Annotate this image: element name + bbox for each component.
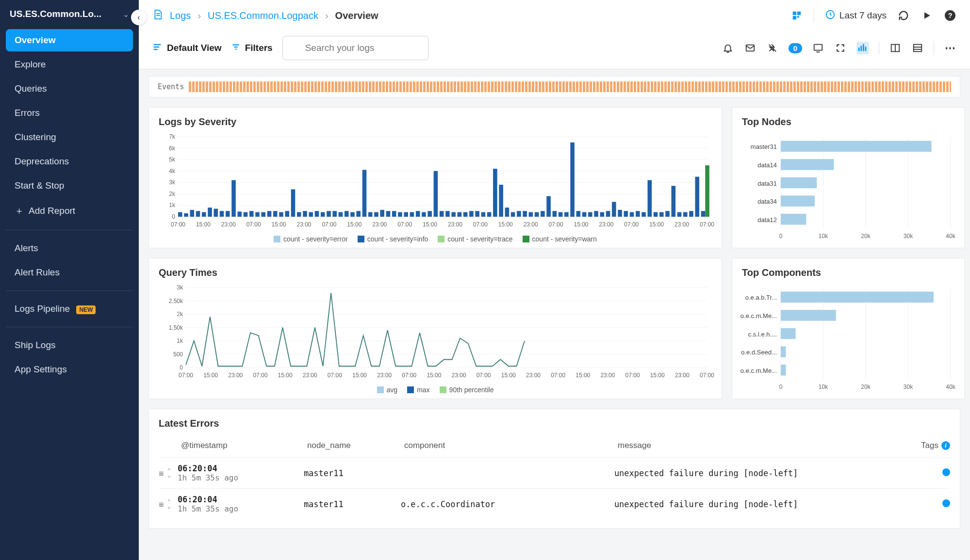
svg-text:07:00: 07:00 bbox=[402, 372, 416, 379]
panel-logs-by-severity: Logs by Severity 01k2k3k4k5k6k7k07:0015:… bbox=[148, 107, 722, 248]
svg-text:07:00: 07:00 bbox=[624, 221, 639, 228]
svg-rect-57 bbox=[244, 212, 248, 217]
table-row[interactable]: ≡ ⌃⌄ 06:20:041h 5m 35s ago master11 unex… bbox=[159, 457, 950, 488]
svg-text:data14: data14 bbox=[757, 161, 777, 169]
sidebar-collapse-button[interactable]: ‹ bbox=[131, 10, 147, 25]
chart-top-nodes[interactable]: 010k20k30k40kmaster31data14data31data34d… bbox=[742, 134, 955, 241]
svg-rect-19 bbox=[814, 45, 822, 50]
nav-logs-pipeline[interactable]: Logs Pipeline NEW bbox=[6, 298, 133, 320]
nav-explore[interactable]: Explore bbox=[6, 53, 133, 76]
svg-text:6k: 6k bbox=[169, 145, 176, 152]
svg-rect-170 bbox=[781, 159, 834, 170]
svg-text:23:00: 23:00 bbox=[221, 221, 236, 228]
nav-errors[interactable]: Errors bbox=[6, 102, 133, 124]
panel-latest-errors: Latest Errors @timestamp node_name compo… bbox=[148, 409, 960, 528]
svg-rect-93 bbox=[458, 212, 462, 217]
default-view-button[interactable]: Default View bbox=[152, 42, 222, 54]
svg-text:15:00: 15:00 bbox=[575, 372, 590, 379]
breadcrumb-pack[interactable]: US.ES.Common.Logpack bbox=[208, 10, 318, 21]
chart-top-components[interactable]: 010k20k30k40ko.e.a.b.Tr...o.e.c.m.Me...c… bbox=[742, 285, 955, 392]
svg-rect-125 bbox=[648, 180, 652, 217]
fullscreen-icon[interactable] bbox=[834, 42, 847, 54]
list-view-icon[interactable] bbox=[911, 42, 924, 54]
tag-dot[interactable] bbox=[942, 499, 950, 507]
svg-text:500: 500 bbox=[173, 351, 183, 358]
svg-rect-97 bbox=[481, 212, 486, 217]
svg-rect-226 bbox=[781, 310, 836, 321]
svg-text:c.s.l.e.h....: c.s.l.e.h.... bbox=[748, 331, 777, 338]
svg-rect-131 bbox=[683, 212, 688, 217]
expand-icon[interactable]: ⌃⌄ bbox=[167, 468, 171, 478]
search-input[interactable] bbox=[282, 36, 428, 60]
breadcrumb-logs[interactable]: Logs bbox=[170, 10, 191, 21]
pin-off-icon[interactable] bbox=[766, 42, 779, 54]
badge-count[interactable]: 0 bbox=[789, 43, 802, 53]
svg-rect-83 bbox=[398, 212, 402, 217]
svg-text:07:00: 07:00 bbox=[328, 372, 342, 379]
col-component: component bbox=[404, 441, 618, 450]
mail-icon[interactable] bbox=[744, 42, 756, 54]
app-name[interactable]: US.ES.Common.Lo... bbox=[10, 9, 101, 19]
svg-text:1k: 1k bbox=[169, 202, 176, 208]
svg-rect-94 bbox=[463, 212, 468, 217]
chevron-left-icon: ‹ bbox=[137, 13, 140, 22]
svg-text:4k: 4k bbox=[169, 168, 176, 175]
table-row[interactable]: ≡ ⌃⌄ 06:20:041h 5m 35s ago master11 o.e.… bbox=[159, 488, 950, 519]
info-icon[interactable]: i bbox=[941, 441, 950, 450]
svg-rect-50 bbox=[202, 212, 206, 217]
events-strip bbox=[189, 81, 951, 92]
split-view-icon[interactable] bbox=[889, 42, 902, 54]
svg-text:o.e.c.m.Me...: o.e.c.m.Me... bbox=[740, 312, 777, 320]
chevron-down-icon[interactable]: ⌄ bbox=[123, 10, 129, 19]
svg-rect-63 bbox=[279, 212, 283, 217]
svg-rect-72 bbox=[332, 211, 337, 217]
bars-icon[interactable] bbox=[856, 42, 869, 54]
dashboard-icon[interactable] bbox=[790, 9, 803, 22]
display-icon[interactable] bbox=[812, 42, 824, 54]
svg-rect-114 bbox=[582, 212, 587, 217]
svg-text:1k: 1k bbox=[177, 337, 183, 344]
svg-rect-126 bbox=[654, 212, 658, 217]
refresh-icon[interactable] bbox=[897, 9, 910, 22]
help-icon[interactable]: ? bbox=[944, 9, 956, 22]
time-range-picker[interactable]: Last 7 days bbox=[825, 9, 887, 22]
nav-alert-rules[interactable]: Alert Rules bbox=[6, 261, 133, 284]
panel-title: Query Times bbox=[159, 267, 712, 278]
nav-ship-logs[interactable]: Ship Logs bbox=[6, 334, 133, 356]
svg-text:20k: 20k bbox=[861, 384, 871, 390]
svg-text:o.e.c.m.Me...: o.e.c.m.Me... bbox=[740, 367, 777, 374]
row-menu-icon[interactable]: ≡ bbox=[159, 499, 164, 509]
nav-start-stop[interactable]: Start & Stop bbox=[6, 175, 133, 197]
svg-text:0: 0 bbox=[779, 233, 783, 240]
svg-rect-121 bbox=[624, 211, 628, 217]
chart-query-times[interactable]: 05001k1.50k2k2.50k3k07:0015:0023:0007:00… bbox=[159, 285, 712, 382]
nav-deprecations[interactable]: Deprecations bbox=[6, 150, 133, 173]
nav-app-settings[interactable]: App Settings bbox=[6, 358, 133, 381]
play-icon[interactable] bbox=[921, 9, 933, 22]
svg-rect-105 bbox=[529, 212, 533, 217]
svg-rect-27 bbox=[914, 45, 922, 52]
svg-rect-119 bbox=[612, 202, 616, 217]
svg-rect-176 bbox=[781, 214, 806, 225]
nav-alerts[interactable]: Alerts bbox=[6, 237, 133, 259]
nav-overview[interactable]: Overview bbox=[6, 29, 133, 51]
svg-rect-89 bbox=[434, 171, 438, 217]
svg-text:15:00: 15:00 bbox=[574, 221, 588, 228]
svg-rect-112 bbox=[570, 143, 575, 217]
svg-rect-79 bbox=[374, 212, 378, 217]
nav-clustering[interactable]: Clustering bbox=[6, 126, 133, 148]
tag-dot[interactable] bbox=[942, 468, 950, 476]
more-icon[interactable]: ⋯ bbox=[944, 42, 956, 54]
chart-logs-by-severity[interactable]: 01k2k3k4k5k6k7k07:0015:0023:0007:0015:00… bbox=[159, 134, 712, 231]
nav-queries[interactable]: Queries bbox=[6, 78, 133, 100]
row-menu-icon[interactable]: ≡ bbox=[159, 468, 164, 478]
svg-text:15:00: 15:00 bbox=[196, 221, 211, 228]
filters-button[interactable]: Filters bbox=[231, 43, 273, 54]
svg-rect-120 bbox=[618, 210, 622, 217]
expand-icon[interactable]: ⌃⌄ bbox=[167, 499, 171, 509]
default-view-label: Default View bbox=[167, 43, 222, 53]
nav-add-report[interactable]: ＋ Add Report bbox=[6, 199, 133, 223]
bell-icon[interactable] bbox=[722, 42, 734, 54]
events-timeline[interactable]: Events bbox=[148, 76, 960, 97]
svg-rect-91 bbox=[445, 211, 450, 217]
